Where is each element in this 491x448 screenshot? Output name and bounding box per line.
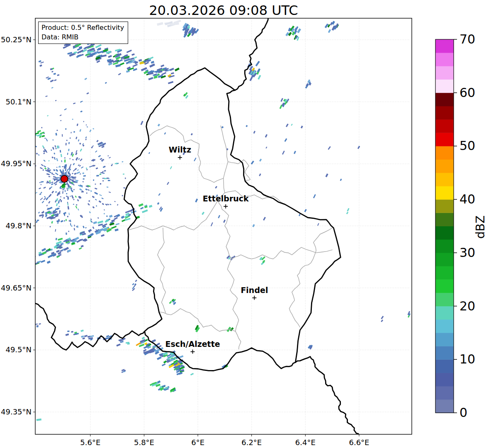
echo [340, 179, 342, 181]
echo [103, 166, 105, 168]
echo [66, 334, 69, 336]
echo [42, 169, 44, 171]
echo [37, 134, 41, 137]
echo [97, 220, 103, 224]
echo [26, 259, 30, 262]
colorbar-band [435, 373, 454, 386]
echo [35, 132, 39, 135]
echo [255, 61, 260, 67]
echo [83, 179, 85, 180]
colorbar-tick-label: 30 [459, 245, 475, 260]
echo [96, 175, 99, 177]
echo [32, 226, 33, 228]
echo [141, 121, 143, 125]
echo [5, 182, 7, 184]
echo [157, 202, 160, 205]
echo [73, 131, 75, 133]
colorbar-band [435, 93, 454, 107]
echo [63, 189, 64, 191]
colorbar-tick-label: 0 [459, 405, 467, 420]
echo [157, 356, 162, 360]
echo [97, 217, 99, 219]
echo [107, 178, 109, 179]
echo [81, 245, 84, 247]
echo [139, 59, 142, 61]
echo [109, 215, 113, 218]
echo [58, 200, 60, 203]
y-tick-label: 49.35°N [1, 407, 32, 416]
echo [160, 65, 164, 68]
echo [77, 169, 79, 171]
echo [49, 226, 51, 228]
echo [84, 78, 87, 80]
echo [51, 71, 53, 73]
echo [77, 199, 79, 202]
echo [39, 60, 41, 63]
echo [22, 147, 24, 149]
echo [81, 167, 83, 169]
echo [211, 222, 213, 226]
echo [49, 194, 52, 198]
echo [63, 197, 65, 199]
echo [10, 194, 12, 196]
echo [73, 103, 75, 104]
echo [104, 170, 106, 172]
colorbar-band [435, 333, 454, 346]
border-district [158, 228, 165, 313]
echo [32, 193, 34, 194]
echo [40, 133, 42, 135]
echo [253, 131, 255, 134]
echo [11, 196, 13, 198]
echo [65, 128, 66, 130]
echo [22, 204, 25, 206]
echo [60, 196, 61, 198]
echo [29, 141, 31, 143]
echo [76, 204, 78, 206]
colorbar-band [435, 106, 454, 120]
echo [92, 196, 95, 198]
echo [83, 181, 84, 182]
echo [67, 190, 68, 191]
echo [258, 75, 261, 80]
echo [93, 221, 97, 224]
echo [175, 68, 180, 71]
echo [38, 154, 40, 156]
echo [15, 148, 17, 149]
echo [56, 169, 58, 172]
echo [85, 136, 87, 138]
echo [40, 198, 43, 200]
echo [263, 217, 266, 220]
echo [67, 330, 70, 332]
echo [43, 153, 45, 154]
colorbar-band [435, 53, 454, 66]
colorbar: 010203040506070 [435, 32, 475, 420]
echo [95, 150, 97, 153]
echo [288, 32, 292, 36]
echo [163, 361, 167, 364]
echo [57, 177, 58, 178]
echo [46, 182, 49, 183]
echo [68, 142, 70, 144]
echo [51, 157, 53, 159]
echo [347, 208, 349, 212]
echo [31, 169, 33, 171]
echo [16, 148, 18, 149]
echo [54, 179, 56, 180]
echo [32, 177, 35, 178]
echo [37, 130, 41, 133]
echo [121, 216, 125, 219]
echo [85, 227, 87, 228]
echo [85, 138, 87, 140]
border-luxembourg [124, 68, 341, 371]
echo [85, 189, 88, 191]
map-canvas: WiltzEttelbruckFindelEsch/Alzette 5.6°E5… [0, 0, 491, 448]
echo [108, 55, 112, 58]
echo [70, 220, 71, 222]
colorbar-band [435, 160, 454, 173]
echo [73, 199, 75, 200]
echo [77, 124, 78, 126]
echo [20, 139, 22, 141]
echo [41, 248, 46, 252]
echo [13, 189, 16, 190]
echo [26, 139, 28, 141]
